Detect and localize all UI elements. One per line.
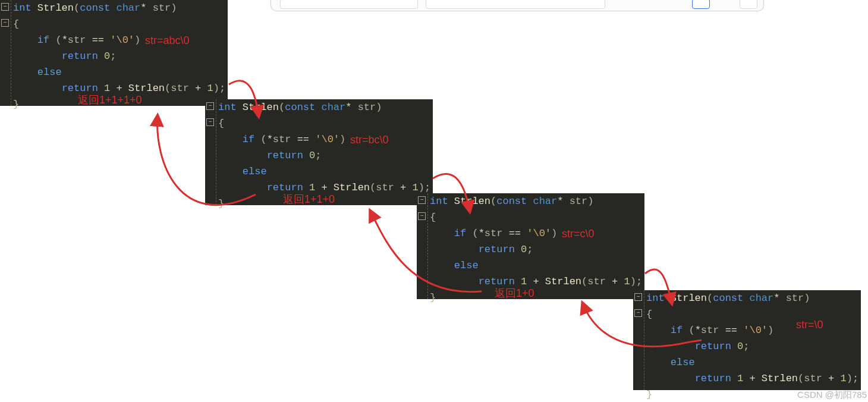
code-body: int Strlen(const char* str) { if (*str =…	[633, 290, 861, 402]
annotation-return: 返回1+1+1+0	[78, 92, 142, 108]
fold-icon[interactable]: −	[418, 212, 426, 220]
code-panel-4: −−int Strlen(const char* str) { if (*str…	[633, 290, 861, 390]
annotation-state: str=abc\0	[145, 33, 190, 49]
code-panel-3: −−int Strlen(const char* str) { if (*str…	[417, 193, 644, 299]
gutter	[205, 99, 216, 205]
gutter	[0, 0, 11, 106]
annotation-state: str=bc\0	[350, 132, 389, 148]
code-panel-2: −−int Strlen(const char* str) { if (*str…	[205, 99, 433, 205]
gutter	[417, 193, 428, 299]
annotation-state: str=\0	[796, 317, 823, 333]
toolbar-segment[interactable]	[280, 0, 418, 9]
annotation-return: 返回1+1+0	[283, 191, 335, 208]
gutter	[633, 290, 644, 390]
watermark: CSDN @初阳785	[797, 390, 867, 401]
toolbar-segment[interactable]	[426, 0, 605, 9]
code-panel-1: −−int Strlen(const char* str) { if (*str…	[0, 0, 228, 106]
annotation-state: str=c\0	[562, 226, 595, 242]
fold-icon[interactable]: −	[1, 3, 9, 11]
annotation-return: 返回1+0	[495, 285, 534, 302]
fold-icon[interactable]: −	[206, 118, 214, 126]
fold-icon[interactable]: −	[206, 102, 214, 110]
fold-icon[interactable]: −	[1, 19, 9, 27]
fold-icon[interactable]: −	[634, 293, 642, 301]
toolbar-button[interactable]	[740, 0, 757, 9]
toolbar-button[interactable]	[692, 0, 710, 9]
fold-icon[interactable]: −	[634, 309, 642, 317]
top-toolbar	[271, 0, 764, 11]
fold-icon[interactable]: −	[418, 196, 426, 204]
